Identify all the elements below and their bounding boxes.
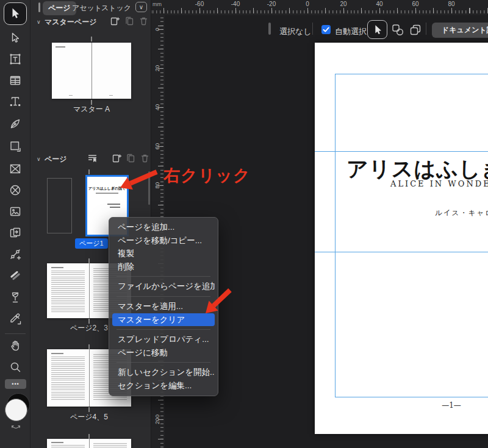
pages45-label[interactable]: ページ4、5 <box>47 412 131 422</box>
thumb-pagenum <box>69 95 73 96</box>
vruler-label: 40 <box>154 100 160 115</box>
move-tool[interactable] <box>9 7 22 20</box>
document-subtitle-text[interactable]: ALICE IN WONDERLAND <box>390 179 488 188</box>
hand-icon <box>9 339 22 352</box>
duplicate-icon <box>124 16 135 26</box>
menu-separator <box>117 276 210 277</box>
annotation-arrow-to-clear-master <box>198 285 235 319</box>
spread-midline <box>89 349 90 407</box>
pages-collapse-chevron-icon[interactable]: ∨ <box>37 156 41 162</box>
vector-crop-tool-icon <box>9 247 22 261</box>
selection-status-text: 選択なし <box>279 26 312 37</box>
menu-separator <box>117 362 210 363</box>
document-author-text[interactable]: ルイス・キャロル <box>435 208 488 218</box>
tab-assets[interactable]: アセット <box>72 3 102 13</box>
menu-item-delete[interactable]: 削除 <box>112 260 215 274</box>
node-tool[interactable] <box>9 31 22 44</box>
menu-item-duplicate[interactable]: 複製 <box>112 247 215 260</box>
menu-separator <box>117 296 210 297</box>
toolbar-drag-handle[interactable] <box>268 23 271 35</box>
title-frame-bottom-guide <box>315 252 488 252</box>
shapes-icon <box>391 23 404 37</box>
place-image-tool[interactable] <box>9 205 22 218</box>
ruler-unit-label: mm <box>152 1 162 7</box>
frame-text-tool[interactable] <box>9 52 22 66</box>
menu-item-move-copy-page[interactable]: ページを移動/コピー... <box>112 234 215 247</box>
vector-crop-tool[interactable] <box>9 247 22 261</box>
thumb-text-block <box>51 271 85 312</box>
picture-frame-rect-tool[interactable] <box>9 162 22 176</box>
thumb-text-block <box>93 443 127 448</box>
hruler-label: 80 <box>448 1 454 7</box>
pen-tool[interactable] <box>9 117 22 130</box>
gradient-tool[interactable] <box>9 269 22 282</box>
master-a-label[interactable]: マスター A <box>52 104 131 115</box>
transparency-tool-icon <box>9 291 22 304</box>
title-frame-top-guide <box>315 151 488 152</box>
spread-center-tick <box>91 37 92 41</box>
spread-midline <box>89 439 90 448</box>
apply-master-filter-button[interactable] <box>87 153 98 163</box>
add-master-button[interactable] <box>110 16 120 26</box>
fill-color-swatch[interactable] <box>5 399 27 421</box>
delete-master-button[interactable] <box>138 16 149 26</box>
menu-item-add-page[interactable]: ページを追加... <box>112 221 215 234</box>
menu-item-start-new-section[interactable]: 新しいセクションを開始... <box>112 366 215 379</box>
thumb-text-line <box>51 353 63 354</box>
pages-tool[interactable] <box>9 226 22 240</box>
cursor-icon <box>371 24 384 36</box>
page1-label[interactable]: ページ1 <box>75 238 108 249</box>
menu-separator <box>117 329 210 330</box>
magnifier-icon <box>9 360 22 374</box>
artistic-text-tool[interactable] <box>9 95 22 108</box>
more-tools-button[interactable]: ••• <box>5 379 26 389</box>
autoselect-label: 自動選択: <box>335 26 369 37</box>
menu-item-go-to-page[interactable]: ページに移動 <box>112 346 215 360</box>
menu-item-edit-section[interactable]: セクションを編集... <box>112 379 215 393</box>
pages67-thumbnail[interactable] <box>47 439 131 448</box>
tab-pages[interactable]: ページ <box>43 1 76 15</box>
autoselect-checkbox[interactable] <box>321 25 331 34</box>
color-picker-tool[interactable] <box>9 312 22 325</box>
annotation-arrow-to-page1 <box>113 166 162 196</box>
swap-colors-icon[interactable] <box>11 425 21 431</box>
move-tool-icon <box>9 7 22 20</box>
place-image-tool-icon <box>9 205 22 218</box>
thumb-pagenum <box>109 95 113 96</box>
thumb-text-line <box>51 267 63 268</box>
autoselect-groups-button[interactable] <box>409 23 422 37</box>
node-tool-icon <box>9 31 22 44</box>
master-a-thumbnail[interactable] <box>52 43 131 99</box>
panel-menu-button[interactable]: ∨ <box>135 2 147 12</box>
zoom-tool[interactable] <box>9 360 22 374</box>
autoselect-cursor-button[interactable] <box>367 20 387 39</box>
view-tool[interactable] <box>9 339 22 352</box>
add-page-button[interactable] <box>112 153 122 163</box>
rectangle-tool[interactable] <box>9 140 22 153</box>
transparency-tool[interactable] <box>9 291 22 304</box>
horizontal-ruler[interactable]: -60 -40 -20 0 20 40 60 80 <box>151 0 488 15</box>
app-window: アリスはふしぎの国で ALICE IN WONDERLAND ルイス・キャロル … <box>0 0 488 448</box>
text-frame-outline <box>335 74 488 397</box>
picture-frame-ellipse-tool[interactable] <box>9 183 22 197</box>
duplicate-page-button[interactable] <box>126 153 136 163</box>
document-page[interactable]: アリスはふしぎの国で ALICE IN WONDERLAND ルイス・キャロル … <box>315 43 488 434</box>
thumb-text-line <box>56 46 65 48</box>
panel-drag-handle[interactable] <box>38 2 40 12</box>
document-setup-button[interactable]: ドキュメント設定 <box>432 23 488 38</box>
menu-item-spread-properties[interactable]: スプレッドプロパティ... <box>112 333 215 346</box>
picture-frame-ellipse-icon <box>9 183 22 197</box>
delete-page-button[interactable] <box>140 153 150 163</box>
hruler-label: -40 <box>231 1 240 7</box>
master-list-icon <box>87 153 98 163</box>
table-tool[interactable] <box>9 74 22 87</box>
chevron-down-icon: ∨ <box>139 4 143 10</box>
duplicate-master-button[interactable] <box>124 16 135 26</box>
add-page-icon <box>112 153 122 163</box>
page1-empty-slot <box>47 178 72 233</box>
tab-stock[interactable]: ストック <box>101 3 131 13</box>
hruler-label: 60 <box>412 1 418 7</box>
rectangle-tool-icon <box>9 140 22 153</box>
autoselect-objects-button[interactable] <box>391 23 404 37</box>
masters-collapse-chevron-icon[interactable]: ∨ <box>37 19 41 25</box>
